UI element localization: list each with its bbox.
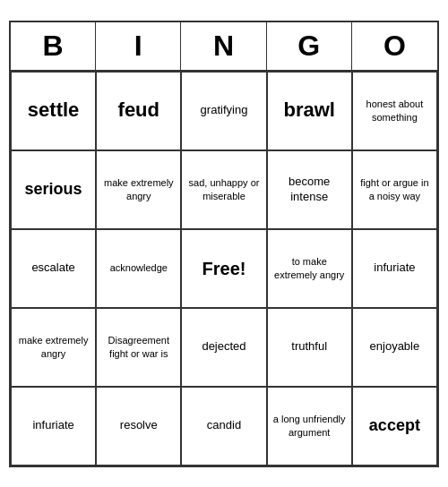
header-letter: B xyxy=(11,22,96,70)
bingo-cell: honest about something xyxy=(352,72,437,150)
bingo-cell: a long unfriendly argument xyxy=(267,387,352,466)
bingo-cell: make extremely angry xyxy=(11,308,96,387)
bingo-cell: Free! xyxy=(181,229,266,308)
bingo-cell: feud xyxy=(96,72,181,150)
bingo-cell: brawl xyxy=(267,72,352,150)
bingo-cell: become intense xyxy=(267,150,352,229)
bingo-card: BINGO settlefeudgratifyingbrawlhonest ab… xyxy=(9,21,439,467)
bingo-cell: gratifying xyxy=(181,72,266,150)
bingo-cell: candid xyxy=(181,387,266,466)
bingo-cell: infuriate xyxy=(352,229,437,308)
bingo-cell: dejected xyxy=(181,308,266,387)
bingo-grid: settlefeudgratifyingbrawlhonest about so… xyxy=(11,72,437,466)
bingo-cell: infuriate xyxy=(11,387,96,466)
bingo-cell: settle xyxy=(11,72,96,150)
bingo-cell: acknowledge xyxy=(96,229,181,308)
bingo-cell: serious xyxy=(11,150,96,229)
bingo-cell: resolve xyxy=(96,387,181,466)
header-letter: N xyxy=(181,22,266,70)
bingo-header: BINGO xyxy=(11,22,437,72)
header-letter: O xyxy=(352,22,437,70)
bingo-cell: truthful xyxy=(267,308,352,387)
bingo-cell: Disagreement fight or war is xyxy=(96,308,181,387)
header-letter: I xyxy=(96,22,181,70)
bingo-cell: sad, unhappy or miserable xyxy=(181,150,266,229)
header-letter: G xyxy=(267,22,352,70)
bingo-cell: escalate xyxy=(11,229,96,308)
bingo-cell: make extremely angry xyxy=(96,150,181,229)
bingo-cell: enjoyable xyxy=(352,308,437,387)
bingo-cell: fight or argue in a noisy way xyxy=(352,150,437,229)
bingo-cell: accept xyxy=(352,387,437,466)
bingo-cell: to make extremely angry xyxy=(267,229,352,308)
